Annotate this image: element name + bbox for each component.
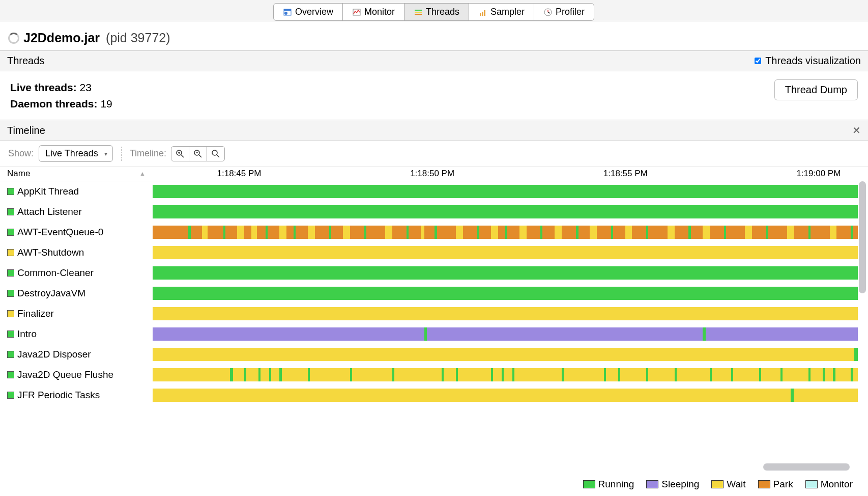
thread-segment [688,226,690,239]
show-dropdown[interactable]: Live Threads [39,145,113,162]
svg-rect-9 [484,10,485,16]
timeline-section-title: Timeline [7,125,45,136]
thread-name: Finalizer [17,308,54,319]
thread-segment [329,226,331,239]
thread-segment [808,226,811,239]
tab-profiler[interactable]: Profiler [534,3,594,21]
svg-line-14 [181,155,184,157]
zoom-in-button[interactable] [171,146,189,161]
svg-line-18 [199,155,201,157]
close-icon[interactable]: ✕ [852,124,861,136]
threads-visualization-checkbox[interactable]: Threads visualization [755,55,861,67]
thread-segment [266,226,268,239]
thread-row[interactable]: Java2D Queue Flushe [0,365,868,385]
thread-timeline-bar [153,246,858,259]
page-subtitle: (pid 39772) [106,31,170,45]
thread-segment [251,226,257,239]
legend-label: Park [773,479,793,490]
thread-segment [202,226,208,239]
tab-overview[interactable]: Overview [273,3,343,21]
thread-timeline-bar [153,348,858,361]
thread-segment [343,226,350,239]
thread-segment [668,226,675,239]
svg-rect-1 [284,9,291,11]
thread-row[interactable]: DestroyJavaVM [0,283,868,304]
thread-row[interactable]: Finalizer [0,304,868,324]
thread-row[interactable]: AWT-Shutdown [0,242,868,263]
thread-state-swatch [7,229,14,236]
legend-label: Monitor [821,479,853,490]
thread-row[interactable]: Attach Listener [0,202,868,222]
threads-icon [414,8,423,17]
thread-segment [611,226,613,239]
legend-swatch [646,480,658,488]
thread-segment [442,368,444,381]
tab-monitor[interactable]: Monitor [342,3,404,21]
thread-rows: AppKit ThreadAttach ListenerAWT-EventQue… [0,181,868,460]
legend-swatch [583,480,595,488]
thread-segment [590,226,597,239]
legend-swatch [805,480,818,488]
tab-bar: OverviewMonitorThreadsSamplerProfiler [0,0,868,21]
name-column-header[interactable]: Name ▲ [0,167,153,181]
vertical-scrollbar[interactable] [859,181,866,293]
zoom-out-button[interactable] [189,146,207,161]
thread-row[interactable]: Intro [0,324,868,344]
thread-row[interactable]: Common-Cleaner [0,263,868,283]
tab-threads[interactable]: Threads [404,3,469,21]
thread-name-cell: Common-Cleaner [0,267,153,279]
thread-segment [576,226,579,239]
thread-segment [456,368,458,381]
legend-label: Running [598,479,634,490]
thread-segment [502,368,504,381]
thread-state-swatch [7,249,14,256]
tab-label: Monitor [364,7,395,17]
thread-segment [703,327,706,341]
threads-visualization-input[interactable] [755,58,761,64]
svg-rect-8 [482,12,483,16]
thread-segment [851,368,853,381]
thread-segment [308,226,315,239]
thread-segment [153,287,858,300]
page-header: J2Ddemo.jar (pid 39772) [0,21,868,50]
thread-row[interactable]: Java2D Disposer [0,344,868,365]
thread-segment [724,226,726,239]
thread-segment [787,226,794,239]
thread-name: Intro [17,328,37,340]
spinner-icon [8,33,19,44]
thread-segment [308,368,310,381]
legend-item: Wait [711,479,745,490]
thread-timeline-bar [153,307,858,320]
thread-state-swatch [7,330,14,338]
legend-label: Wait [727,479,745,490]
live-threads-value: 23 [80,81,92,93]
sampler-icon [478,8,487,17]
overview-icon [283,8,292,17]
thread-timeline-bar [153,205,858,218]
tab-label: Profiler [556,7,585,17]
thread-segment [279,226,286,239]
thread-state-swatch [7,188,14,195]
zoom-group [171,146,225,161]
tab-sampler[interactable]: Sampler [469,3,534,21]
thread-segment [791,389,794,402]
tab-label: Overview [295,7,333,17]
tab-label: Sampler [490,7,525,17]
thread-segment [153,246,858,259]
thread-row[interactable]: AWT-EventQueue-0 [0,222,868,242]
thread-segment [710,368,712,381]
thread-segment [392,368,394,381]
thread-name-cell: AppKit Thread [0,186,153,197]
thread-dump-button[interactable]: Thread Dump [774,79,858,100]
thread-segment [618,368,620,381]
thread-name-cell: JFR Periodic Tasks [0,390,153,401]
thread-segment [153,307,858,320]
thread-row[interactable]: JFR Periodic Tasks [0,385,868,405]
thread-segment [830,226,837,239]
thread-segment [294,226,296,239]
zoom-fit-button[interactable] [207,146,225,161]
legend: RunningSleepingWaitParkMonitor [0,476,868,496]
horizontal-scrollbar[interactable] [763,463,850,471]
thread-name-cell: AWT-Shutdown [0,247,153,258]
thread-row[interactable]: AppKit Thread [0,181,868,202]
